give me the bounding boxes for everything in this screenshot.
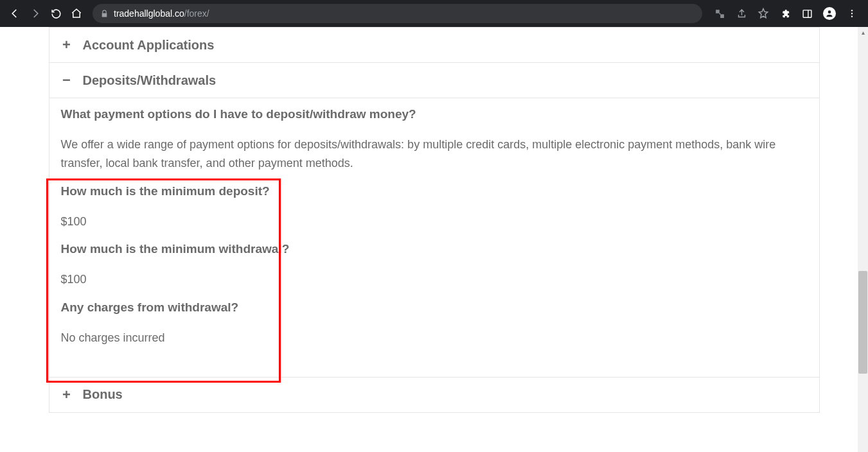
svg-point-5 — [851, 15, 853, 17]
accordion-header[interactable]: + Bonus — [49, 378, 819, 412]
accordion-body: What payment options do I have to deposi… — [49, 98, 819, 377]
faq-question: What payment options do I have to deposi… — [61, 107, 808, 121]
faq-answer: $100 — [61, 270, 808, 289]
forward-icon[interactable] — [30, 8, 41, 19]
bookmark-star-icon[interactable] — [757, 8, 769, 19]
accordion-title: Account Applications — [83, 38, 215, 53]
url-text: tradehallglobal.co/forex/ — [114, 8, 209, 19]
svg-point-4 — [851, 13, 853, 14]
plus-icon: + — [61, 37, 73, 53]
svg-rect-0 — [803, 10, 811, 17]
home-icon[interactable] — [71, 8, 82, 19]
accordion-header[interactable]: + Account Applications — [49, 28, 819, 62]
accordion-title: Deposits/Withdrawals — [83, 73, 217, 88]
plus-icon: + — [61, 387, 73, 403]
profile-avatar-icon[interactable] — [823, 7, 836, 20]
faq-question: How much is the minimum deposit? — [61, 184, 808, 198]
address-bar[interactable]: tradehallglobal.co/forex/ — [93, 4, 702, 23]
accordion-item-deposits-withdrawals: − Deposits/Withdrawals What payment opti… — [49, 63, 820, 378]
scrollbar-track[interactable]: ▴ — [858, 27, 868, 452]
faq-answer: $100 — [61, 213, 808, 231]
lock-icon — [100, 10, 109, 18]
panel-icon[interactable] — [801, 8, 813, 19]
accordion-title: Bonus — [83, 387, 123, 402]
share-icon[interactable] — [736, 8, 747, 19]
faq-question: How much is the minimum withdrawal? — [61, 242, 808, 256]
reload-icon[interactable] — [50, 8, 62, 19]
svg-point-3 — [851, 10, 853, 11]
accordion-item-bonus: + Bonus — [49, 378, 820, 413]
scrollbar-thumb[interactable] — [858, 271, 867, 374]
svg-point-2 — [828, 10, 831, 13]
back-icon[interactable] — [9, 8, 21, 19]
accordion-item-account-applications: + Account Applications — [49, 27, 820, 63]
extensions-icon[interactable] — [779, 8, 791, 19]
scroll-up-arrow-icon[interactable]: ▴ — [858, 27, 868, 37]
faq-answer: We offer a wide range of payment options… — [61, 135, 808, 173]
minus-icon: − — [61, 72, 73, 89]
url-path: /forex/ — [184, 8, 209, 19]
faq-answer: No charges incurred — [61, 329, 808, 347]
faq-question: Any charges from withdrawal? — [61, 300, 808, 315]
menu-dots-icon[interactable] — [846, 8, 858, 19]
url-host: tradehallglobal.co — [114, 8, 184, 19]
accordion-header[interactable]: − Deposits/Withdrawals — [49, 63, 819, 98]
browser-toolbar: tradehallglobal.co/forex/ — [0, 0, 868, 27]
translate-icon[interactable] — [714, 8, 725, 19]
page-viewport: + Account Applications − Deposits/Withdr… — [0, 27, 868, 452]
